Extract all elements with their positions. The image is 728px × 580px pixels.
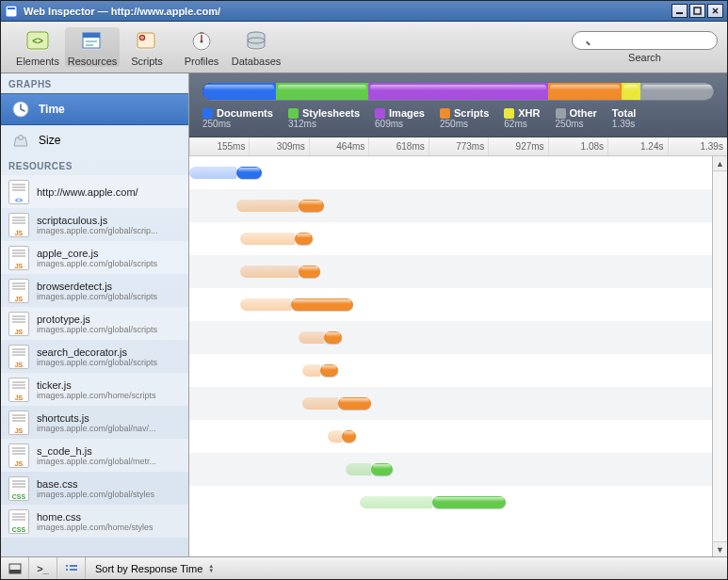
- sidebar: GRAPHS Time Size RESOURCES <> http://www…: [1, 73, 189, 556]
- file-icon: JS: [8, 279, 29, 303]
- legend-time: 250ms: [440, 119, 489, 129]
- tab-scripts[interactable]: Scripts: [120, 27, 174, 67]
- timeline-bar[interactable]: [338, 397, 371, 410]
- resource-path: images.apple.com/global/scripts: [37, 358, 157, 367]
- svg-rect-2: [676, 12, 683, 14]
- maximize-button[interactable]: [689, 4, 705, 18]
- summary-segment: [622, 83, 639, 100]
- scroll-up-button[interactable]: ▲: [713, 156, 727, 171]
- timeline-bar[interactable]: [432, 496, 505, 508]
- file-icon: JS: [8, 345, 29, 369]
- statusbar: >_ Sort by Response Time ▲▼: [1, 556, 727, 579]
- timeline-bar[interactable]: [320, 364, 338, 377]
- app-window: Web Inspector — http://www.apple.com/ <>…: [0, 0, 728, 580]
- tab-label: Databases: [232, 56, 282, 67]
- resource-item[interactable]: JS apple_core.jsimages.apple.com/global/…: [1, 241, 188, 274]
- timeline-row: [189, 288, 712, 321]
- timeline-bar[interactable]: [371, 463, 393, 475]
- svg-rect-1: [8, 8, 15, 9]
- timeline-latency: [302, 397, 339, 410]
- legend-item: Images609ms: [375, 107, 425, 129]
- timeline-latency: [240, 233, 295, 245]
- legend-swatch: [440, 108, 450, 119]
- scroll-track[interactable]: [713, 171, 727, 541]
- vertical-scrollbar[interactable]: ▲ ▼: [712, 156, 727, 556]
- ruler-tick: 464ms: [309, 137, 368, 155]
- tab-databases[interactable]: Databases: [229, 27, 283, 67]
- timeline-bar[interactable]: [236, 167, 262, 179]
- timeline-bar[interactable]: [299, 266, 320, 278]
- timeline-bar[interactable]: [299, 200, 324, 212]
- main-toolbar: <> Elements Resources Scripts Profiles D…: [1, 22, 727, 73]
- file-icon: JS: [8, 312, 29, 336]
- timeline-bar[interactable]: [324, 331, 342, 344]
- tab-elements[interactable]: <> Elements: [10, 27, 65, 67]
- close-button[interactable]: [707, 4, 723, 18]
- resource-path: images.apple.com/home/scripts: [37, 391, 156, 400]
- tab-label: Scripts: [131, 56, 163, 67]
- timeline-bar[interactable]: [291, 298, 353, 311]
- legend-item: XHR62ms: [504, 107, 540, 129]
- graph-item-time[interactable]: Time: [1, 93, 188, 125]
- svg-rect-14: [200, 32, 203, 34]
- resource-name: ticker.js: [37, 379, 156, 391]
- timeline-latency: [236, 200, 299, 212]
- timeline-row: [189, 321, 712, 354]
- tab-resources[interactable]: Resources: [65, 27, 120, 67]
- timeline-latency: [346, 463, 371, 475]
- timeline-bar[interactable]: [342, 430, 356, 443]
- legend-time: 250ms: [556, 119, 597, 129]
- timeline-row: [189, 420, 712, 453]
- resource-item[interactable]: JS s_code_h.jsimages.apple.com/global/me…: [1, 439, 188, 472]
- scroll-down-button[interactable]: ▼: [713, 541, 727, 556]
- resource-list: <> http://www.apple.com/JS scriptaculous…: [1, 175, 188, 556]
- timeline-row: [189, 156, 712, 189]
- resource-item[interactable]: JS prototype.jsimages.apple.com/global/s…: [1, 307, 188, 340]
- resource-item[interactable]: JS shortcuts.jsimages.apple.com/global/n…: [1, 406, 188, 439]
- tab-label: Profiles: [185, 56, 219, 67]
- dock-button[interactable]: [1, 557, 29, 579]
- resource-item[interactable]: <> http://www.apple.com/: [1, 175, 188, 208]
- search-input[interactable]: [572, 31, 718, 50]
- tab-profiles[interactable]: Profiles: [174, 27, 229, 67]
- resource-item[interactable]: CSS home.cssimages.apple.com/home/styles: [1, 505, 188, 538]
- svg-rect-3: [694, 8, 701, 14]
- console-button[interactable]: >_: [29, 557, 57, 579]
- legend-item: Scripts250ms: [440, 107, 489, 129]
- legend-swatch: [504, 108, 514, 119]
- list-button[interactable]: [57, 557, 86, 579]
- summary-segment: [640, 83, 714, 100]
- resource-item[interactable]: JS search_decorator.jsimages.apple.com/g…: [1, 340, 188, 373]
- legend-name: Total: [612, 107, 636, 119]
- file-icon: JS: [8, 411, 29, 435]
- summary-segment: [202, 83, 276, 100]
- weight-icon: [10, 130, 31, 151]
- svg-rect-7: [83, 33, 100, 38]
- graph-item-size[interactable]: Size: [1, 125, 188, 155]
- scripts-icon: [132, 27, 162, 54]
- resource-item[interactable]: JS ticker.jsimages.apple.com/home/script…: [1, 373, 188, 406]
- legend-swatch: [556, 108, 566, 119]
- resource-name: scriptaculous.js: [37, 215, 158, 226]
- sort-selector[interactable]: Sort by Response Time ▲▼: [86, 563, 223, 574]
- svg-rect-24: [70, 569, 77, 571]
- legend-time: 62ms: [504, 119, 540, 129]
- resources-header: RESOURCES: [1, 155, 188, 175]
- resource-item[interactable]: JS scriptaculous.jsimages.apple.com/glob…: [1, 208, 188, 241]
- legend-time: 312ms: [288, 119, 360, 129]
- legend-time: 250ms: [202, 119, 273, 129]
- timeline-bar[interactable]: [295, 233, 313, 245]
- minimize-button[interactable]: [671, 4, 688, 18]
- elements-icon: <>: [23, 27, 53, 54]
- legend-name: Images: [389, 107, 425, 119]
- resource-item[interactable]: CSS base.cssimages.apple.com/global/styl…: [1, 472, 188, 505]
- titlebar[interactable]: Web Inspector — http://www.apple.com/: [1, 1, 727, 22]
- ruler-tick: 1.24s: [607, 137, 667, 155]
- resource-name: http://www.apple.com/: [37, 186, 138, 198]
- search-glass-icon: [572, 31, 718, 50]
- timeline-row: [189, 486, 712, 519]
- svg-rect-21: [66, 565, 68, 567]
- graph-item-label: Time: [39, 103, 65, 116]
- resource-item[interactable]: JS browserdetect.jsimages.apple.com/glob…: [1, 274, 188, 307]
- file-icon: JS: [8, 378, 29, 402]
